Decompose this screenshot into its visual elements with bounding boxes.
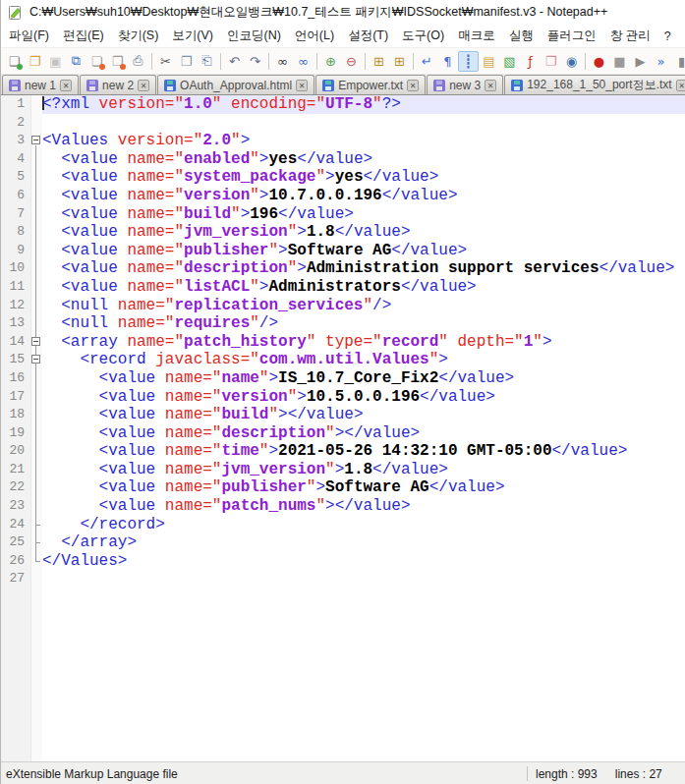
- tab-close-icon[interactable]: ✕: [407, 80, 419, 91]
- paste-icon[interactable]: ⎗: [197, 51, 217, 72]
- code-line-26[interactable]: 26</Values>: [1, 552, 685, 571]
- menu-item-1[interactable]: 파일(F): [2, 25, 56, 47]
- code-line-7[interactable]: 7 <value name="build">196</value>: [1, 205, 685, 224]
- fold-margin: [30, 388, 42, 407]
- code-text: <value name="description"></value>: [42, 424, 685, 443]
- menu-item-10[interactable]: 실행: [502, 25, 541, 47]
- copy-icon[interactable]: ❐: [176, 51, 197, 72]
- code-line-11[interactable]: 11 <value name="listACL">Administrators<…: [1, 278, 685, 297]
- menu-item-2[interactable]: 편집(E): [56, 25, 111, 47]
- code-line-12[interactable]: 12 <null name="replication_services"/>: [1, 297, 685, 315]
- tab-2[interactable]: new 2✕: [80, 75, 156, 94]
- fold-collapse-icon[interactable]: [30, 351, 42, 369]
- menu-item-13[interactable]: ?: [657, 27, 678, 46]
- menu-item-4[interactable]: 보기(V): [165, 25, 220, 47]
- fold-minus-box[interactable]: [31, 337, 40, 346]
- code-line-6[interactable]: 6 <value name="version">10.7.0.0.196</va…: [1, 187, 685, 205]
- code-line-24[interactable]: 24 </record>: [1, 516, 685, 534]
- folder-as-workspace-icon[interactable]: ❐: [541, 51, 561, 72]
- run-macro-multiple-icon[interactable]: »: [651, 51, 671, 72]
- status-bar: eXtensible Markup Language file length :…: [1, 761, 685, 784]
- menu-item-5[interactable]: 인코딩(N): [220, 25, 288, 47]
- menu-item-7[interactable]: 설정(T): [341, 25, 395, 47]
- new-file-icon[interactable]: ❏: [4, 51, 25, 72]
- code-line-9[interactable]: 9 <value name="publisher">Software AG</v…: [1, 242, 685, 260]
- code-line-22[interactable]: 22 <value name="publisher">Software AG</…: [1, 478, 685, 497]
- open-file-icon[interactable]: ❐: [25, 51, 45, 72]
- show-all-characters-icon[interactable]: ¶: [437, 51, 458, 72]
- sync-horizontal-scroll-icon[interactable]: ⊞: [389, 51, 410, 72]
- code-line-17[interactable]: 17 <value name="version">10.5.0.0.196</v…: [1, 388, 685, 407]
- show-indent-guide-icon[interactable]: ┋: [458, 51, 479, 72]
- save-icon[interactable]: ▣: [45, 51, 66, 72]
- code-line-10[interactable]: 10 <value name="description">Administrat…: [1, 259, 685, 278]
- fold-minus-box[interactable]: [31, 355, 40, 364]
- tab-bar: new 1✕new 2✕OAuth_Approval.html✕Empower.…: [1, 74, 685, 95]
- code-line-16[interactable]: 16 <value name="name">IS_10.7_Core_Fix2<…: [1, 369, 685, 388]
- code-line-23[interactable]: 23 <value name="patch_nums"></value>: [1, 497, 685, 516]
- stop-macro-icon[interactable]: ■: [609, 51, 630, 72]
- code-line-5[interactable]: 5 <value name="system_package">yes</valu…: [1, 168, 685, 187]
- cut-icon[interactable]: ✂: [155, 51, 176, 72]
- code-line-4[interactable]: 4 <value name="enabled">yes</value>: [1, 150, 685, 169]
- code-line-27[interactable]: 27: [1, 570, 685, 588]
- user-defined-dialog-icon[interactable]: ▤: [479, 51, 499, 72]
- tab-save-state-icon: [322, 80, 334, 91]
- menu-item-6[interactable]: 언어(L): [288, 25, 341, 47]
- tab-close-icon[interactable]: ✕: [60, 80, 72, 91]
- code-line-25[interactable]: 25 </array>: [1, 533, 685, 552]
- fold-collapse-icon[interactable]: [30, 333, 42, 352]
- tab-close-icon[interactable]: ✕: [676, 80, 685, 91]
- fold-collapse-icon[interactable]: [30, 132, 42, 150]
- code-line-15[interactable]: 15 <record javaclass="com.wm.util.Values…: [1, 351, 685, 369]
- tab-close-icon[interactable]: ✕: [138, 80, 149, 91]
- close-all-icon[interactable]: ❐: [107, 51, 128, 72]
- code-line-1[interactable]: 1<?xml version="1.0" encoding="UTF-8"?>: [1, 95, 685, 114]
- menu-item-8[interactable]: 도구(O): [395, 25, 451, 47]
- tab-3[interactable]: OAuth_Approval.html✕: [157, 75, 314, 94]
- find-icon[interactable]: ∞: [272, 51, 293, 72]
- print-icon[interactable]: ⎙: [128, 51, 148, 72]
- undo-icon[interactable]: ↶: [224, 51, 245, 72]
- menu-item-11[interactable]: 플러그인: [541, 25, 603, 47]
- word-wrap-icon[interactable]: ↵: [417, 51, 437, 72]
- fold-margin: [30, 278, 42, 297]
- line-number: 27: [1, 570, 30, 588]
- tab-5[interactable]: new 3✕: [427, 75, 503, 94]
- menu-item-9[interactable]: 매크로: [451, 25, 502, 47]
- zoom-out-icon[interactable]: ⊖: [341, 51, 362, 72]
- tab-4[interactable]: Empower.txt✕: [315, 75, 426, 94]
- tab-1[interactable]: new 1✕: [2, 75, 79, 94]
- redo-icon[interactable]: ↷: [245, 51, 265, 72]
- play-macro-icon[interactable]: ▶: [630, 51, 651, 72]
- save-all-icon[interactable]: ⧉: [66, 51, 86, 72]
- menu-item-3[interactable]: 찾기(S): [111, 25, 166, 47]
- code-line-18[interactable]: 18 <value name="build"></value>: [1, 406, 685, 424]
- close-icon[interactable]: ❏: [86, 51, 107, 72]
- replace-icon[interactable]: ∞: [293, 51, 314, 72]
- code-line-8[interactable]: 8 <value name="jvm_version">1.8</value>: [1, 223, 685, 242]
- code-line-19[interactable]: 19 <value name="description"></value>: [1, 424, 685, 443]
- fold-minus-box[interactable]: [31, 136, 40, 144]
- editor-text-area[interactable]: 1<?xml version="1.0" encoding="UTF-8"?>2…: [1, 95, 685, 761]
- code-line-3[interactable]: 3<Values version="2.0">: [1, 132, 685, 150]
- code-line-21[interactable]: 21 <value name="jvm_version">1.8</value>: [1, 461, 685, 479]
- record-macro-icon[interactable]: ●: [589, 51, 609, 72]
- menu-item-12[interactable]: 창 관리: [603, 25, 657, 47]
- sync-vertical-scroll-icon[interactable]: ⊞: [369, 51, 389, 72]
- save-macro-icon[interactable]: ▮: [671, 51, 685, 72]
- tab-6[interactable]: 192_168_1_50_port정보.txt✕: [504, 75, 685, 94]
- code-text: <?xml version="1.0" encoding="UTF-8"?>: [42, 95, 685, 114]
- code-line-14[interactable]: 14 <array name="patch_history" type="rec…: [1, 333, 685, 352]
- code-line-13[interactable]: 13 <null name="requires"/>: [1, 314, 685, 333]
- tab-close-icon[interactable]: ✕: [296, 80, 308, 91]
- function-list-icon[interactable]: ƒ: [520, 51, 541, 72]
- close-all-icon-badge: [120, 64, 126, 70]
- document-map-icon[interactable]: ▧: [499, 51, 520, 72]
- code-line-2[interactable]: 2: [1, 114, 685, 133]
- monitoring-icon[interactable]: ◉: [561, 51, 582, 72]
- code-line-20[interactable]: 20 <value name="time">2021-05-26 14:32:1…: [1, 442, 685, 461]
- tab-label: new 1: [25, 79, 56, 92]
- zoom-in-icon[interactable]: ⊕: [320, 51, 341, 72]
- tab-close-icon[interactable]: ✕: [485, 80, 496, 91]
